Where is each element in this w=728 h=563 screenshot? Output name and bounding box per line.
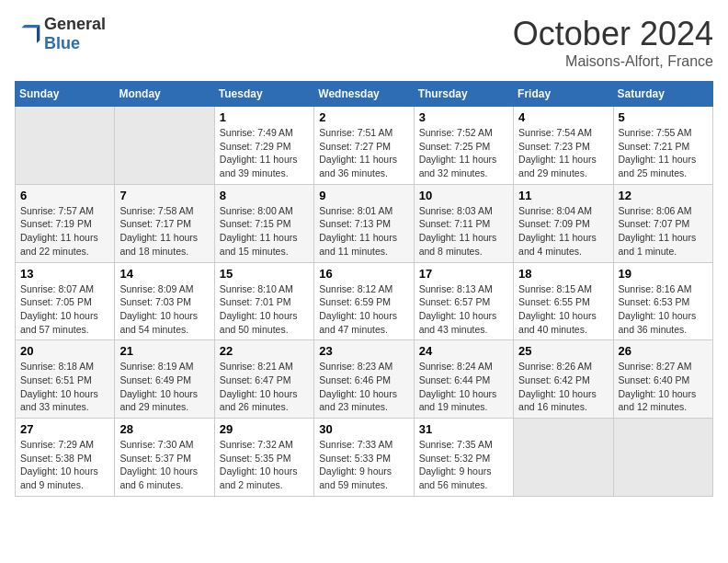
cell-w3-d4: 16Sunrise: 8:12 AMSunset: 6:59 PMDayligh…: [314, 262, 414, 340]
cell-w4-d2: 21Sunrise: 8:19 AMSunset: 6:49 PMDayligh…: [115, 340, 214, 419]
week-row-5: 27Sunrise: 7:29 AMSunset: 5:38 PMDayligh…: [16, 419, 713, 497]
cell-w2-d1: 6Sunrise: 7:57 AMSunset: 7:19 PMDaylight…: [16, 184, 115, 262]
day-number: 18: [518, 267, 608, 281]
day-info: Sunrise: 8:27 AMSunset: 6:40 PMDaylight:…: [619, 360, 708, 414]
cell-w5-d7: [613, 419, 712, 497]
day-info: Sunrise: 7:54 AMSunset: 7:23 PMDaylight:…: [518, 126, 608, 180]
svg-marker-0: [21, 25, 40, 28]
day-info: Sunrise: 8:13 AMSunset: 6:57 PMDaylight:…: [419, 282, 508, 337]
cell-w4-d4: 23Sunrise: 8:23 AMSunset: 6:46 PMDayligh…: [314, 340, 414, 419]
cell-w1-d3: 1Sunrise: 7:49 AMSunset: 7:29 PMDaylight…: [214, 107, 313, 185]
day-info: Sunrise: 7:49 AMSunset: 7:29 PMDaylight:…: [220, 126, 309, 180]
day-info: Sunrise: 7:30 AMSunset: 5:37 PMDaylight:…: [119, 438, 209, 492]
day-info: Sunrise: 8:26 AMSunset: 6:42 PMDaylight:…: [518, 360, 608, 414]
day-number: 7: [119, 189, 209, 202]
cell-w1-d6: 4Sunrise: 7:54 AMSunset: 7:23 PMDaylight…: [514, 107, 613, 185]
day-number: 2: [319, 110, 408, 124]
calendar-table: Sunday Monday Tuesday Wednesday Thursday…: [15, 81, 713, 497]
day-info: Sunrise: 7:58 AMSunset: 7:17 PMDaylight:…: [119, 204, 209, 259]
col-sunday: Sunday: [16, 82, 115, 107]
day-number: 14: [119, 267, 209, 281]
cell-w5-d1: 27Sunrise: 7:29 AMSunset: 5:38 PMDayligh…: [16, 419, 115, 497]
col-saturday: Saturday: [613, 82, 712, 107]
logo-general: General: [44, 15, 106, 33]
cell-w5-d4: 30Sunrise: 7:33 AMSunset: 5:33 PMDayligh…: [314, 419, 414, 497]
calendar-header-row: Sunday Monday Tuesday Wednesday Thursday…: [16, 82, 713, 107]
day-number: 20: [20, 344, 109, 358]
day-info: Sunrise: 8:03 AMSunset: 7:11 PMDaylight:…: [419, 204, 508, 259]
day-number: 4: [518, 110, 608, 124]
day-info: Sunrise: 7:29 AMSunset: 5:38 PMDaylight:…: [20, 438, 109, 492]
day-number: 3: [419, 110, 508, 124]
cell-w2-d4: 9Sunrise: 8:01 AMSunset: 7:13 PMDaylight…: [314, 184, 414, 262]
day-info: Sunrise: 7:52 AMSunset: 7:25 PMDaylight:…: [419, 126, 508, 180]
day-number: 25: [518, 344, 608, 358]
day-number: 8: [220, 189, 309, 202]
col-tuesday: Tuesday: [214, 82, 313, 107]
cell-w2-d3: 8Sunrise: 8:00 AMSunset: 7:15 PMDaylight…: [214, 184, 313, 262]
day-info: Sunrise: 8:10 AMSunset: 7:01 PMDaylight:…: [220, 282, 309, 337]
location-title: Maisons-Alfort, France: [513, 53, 713, 70]
col-monday: Monday: [115, 82, 214, 107]
col-friday: Friday: [514, 82, 613, 107]
day-number: 11: [518, 189, 608, 202]
day-info: Sunrise: 8:00 AMSunset: 7:15 PMDaylight:…: [220, 204, 309, 259]
day-number: 19: [619, 267, 708, 281]
week-row-3: 13Sunrise: 8:07 AMSunset: 7:05 PMDayligh…: [16, 262, 713, 340]
col-wednesday: Wednesday: [314, 82, 414, 107]
day-number: 23: [319, 344, 408, 358]
cell-w4-d6: 25Sunrise: 8:26 AMSunset: 6:42 PMDayligh…: [514, 340, 613, 419]
cell-w3-d7: 19Sunrise: 8:16 AMSunset: 6:53 PMDayligh…: [613, 262, 712, 340]
day-number: 5: [619, 110, 708, 124]
cell-w2-d5: 10Sunrise: 8:03 AMSunset: 7:11 PMDayligh…: [414, 184, 513, 262]
day-info: Sunrise: 7:35 AMSunset: 5:32 PMDaylight:…: [419, 438, 508, 492]
cell-w3-d6: 18Sunrise: 8:15 AMSunset: 6:55 PMDayligh…: [514, 262, 613, 340]
cell-w4-d7: 26Sunrise: 8:27 AMSunset: 6:40 PMDayligh…: [613, 340, 712, 419]
day-number: 9: [319, 189, 408, 202]
logo: General Blue: [15, 15, 106, 53]
day-number: 16: [319, 267, 408, 281]
day-info: Sunrise: 8:09 AMSunset: 7:03 PMDaylight:…: [119, 282, 209, 337]
cell-w2-d7: 12Sunrise: 8:06 AMSunset: 7:07 PMDayligh…: [613, 184, 712, 262]
cell-w1-d4: 2Sunrise: 7:51 AMSunset: 7:27 PMDaylight…: [314, 107, 414, 185]
day-info: Sunrise: 7:33 AMSunset: 5:33 PMDaylight:…: [319, 438, 408, 492]
cell-w4-d1: 20Sunrise: 8:18 AMSunset: 6:51 PMDayligh…: [16, 340, 115, 419]
day-number: 10: [419, 189, 508, 202]
cell-w1-d1: [16, 107, 115, 185]
day-number: 21: [119, 344, 209, 358]
day-number: 29: [220, 422, 309, 436]
logo-text: General Blue: [44, 15, 106, 53]
week-row-1: 1Sunrise: 7:49 AMSunset: 7:29 PMDaylight…: [16, 107, 713, 185]
title-section: October 2024 Maisons-Alfort, France: [513, 15, 713, 70]
month-title: October 2024: [513, 15, 713, 53]
day-number: 27: [20, 422, 109, 436]
cell-w3-d5: 17Sunrise: 8:13 AMSunset: 6:57 PMDayligh…: [414, 262, 513, 340]
cell-w1-d2: [115, 107, 214, 185]
cell-w3-d3: 15Sunrise: 8:10 AMSunset: 7:01 PMDayligh…: [214, 262, 313, 340]
day-number: 30: [319, 422, 408, 436]
cell-w2-d6: 11Sunrise: 8:04 AMSunset: 7:09 PMDayligh…: [514, 184, 613, 262]
cell-w3-d1: 13Sunrise: 8:07 AMSunset: 7:05 PMDayligh…: [16, 262, 115, 340]
day-number: 22: [220, 344, 309, 358]
cell-w5-d6: [514, 419, 613, 497]
day-number: 31: [419, 422, 508, 436]
cell-w1-d7: 5Sunrise: 7:55 AMSunset: 7:21 PMDaylight…: [613, 107, 712, 185]
day-info: Sunrise: 8:06 AMSunset: 7:07 PMDaylight:…: [619, 204, 708, 259]
logo-blue: Blue: [44, 34, 80, 52]
cell-w4-d3: 22Sunrise: 8:21 AMSunset: 6:47 PMDayligh…: [214, 340, 313, 419]
week-row-2: 6Sunrise: 7:57 AMSunset: 7:19 PMDaylight…: [16, 184, 713, 262]
day-info: Sunrise: 7:55 AMSunset: 7:21 PMDaylight:…: [619, 126, 708, 180]
day-info: Sunrise: 8:01 AMSunset: 7:13 PMDaylight:…: [319, 204, 408, 259]
day-info: Sunrise: 8:15 AMSunset: 6:55 PMDaylight:…: [518, 282, 608, 337]
day-number: 1: [220, 110, 309, 124]
svg-marker-1: [37, 25, 40, 43]
day-info: Sunrise: 8:04 AMSunset: 7:09 PMDaylight:…: [518, 204, 608, 259]
day-number: 6: [20, 189, 109, 202]
day-number: 17: [419, 267, 508, 281]
day-info: Sunrise: 8:19 AMSunset: 6:49 PMDaylight:…: [119, 360, 209, 414]
day-info: Sunrise: 7:51 AMSunset: 7:27 PMDaylight:…: [319, 126, 408, 180]
col-thursday: Thursday: [414, 82, 513, 107]
cell-w5-d3: 29Sunrise: 7:32 AMSunset: 5:35 PMDayligh…: [214, 419, 313, 497]
cell-w5-d5: 31Sunrise: 7:35 AMSunset: 5:32 PMDayligh…: [414, 419, 513, 497]
logo-icon: [15, 25, 40, 43]
